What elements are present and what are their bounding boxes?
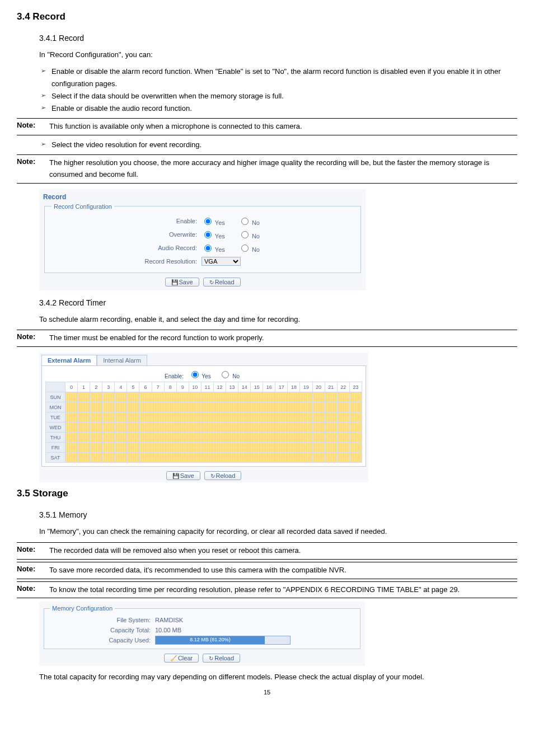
timer-cell[interactable] (263, 422, 275, 433)
timer-cell[interactable] (115, 443, 127, 453)
timer-cell[interactable] (275, 412, 288, 422)
timer-cell[interactable] (226, 412, 238, 422)
timer-cell[interactable] (226, 453, 238, 463)
timer-cell[interactable] (275, 443, 288, 453)
timer-cell[interactable] (288, 402, 300, 412)
timer-cell[interactable] (213, 422, 226, 433)
timer-cell[interactable] (152, 453, 164, 463)
timer-cell[interactable] (349, 453, 362, 463)
timer-cell[interactable] (164, 412, 176, 422)
timer-cell[interactable] (300, 443, 312, 453)
timer-cell[interactable] (275, 402, 288, 412)
timer-cell[interactable] (288, 422, 300, 433)
timer-cell[interactable] (115, 422, 127, 433)
overwrite-yes[interactable]: Yes (202, 229, 225, 240)
timer-cell[interactable] (189, 412, 201, 422)
timer-cell[interactable] (102, 453, 115, 463)
timer-cell[interactable] (238, 412, 251, 422)
timer-cell[interactable] (288, 443, 300, 453)
timer-cell[interactable] (90, 443, 102, 453)
timer-cell[interactable] (189, 433, 201, 443)
timer-cell[interactable] (337, 392, 349, 402)
timer-cell[interactable] (213, 402, 226, 412)
timer-cell[interactable] (337, 453, 349, 463)
timer-cell[interactable] (78, 392, 90, 402)
timer-cell[interactable] (201, 443, 213, 453)
timer-cell[interactable] (164, 402, 176, 412)
timer-cell[interactable] (251, 402, 263, 412)
timer-cell[interactable] (152, 402, 164, 412)
timer-cell[interactable] (115, 453, 127, 463)
timer-cell[interactable] (325, 412, 337, 422)
timer-cell[interactable] (152, 443, 164, 453)
timer-cell[interactable] (176, 412, 189, 422)
timer-cell[interactable] (349, 443, 362, 453)
tab-internal-alarm[interactable]: Internal Alarm (97, 355, 147, 365)
timer-cell[interactable] (176, 453, 189, 463)
timer-cell[interactable] (164, 443, 176, 453)
timer-cell[interactable] (90, 402, 102, 412)
timer-cell[interactable] (115, 433, 127, 443)
timer-enable-yes[interactable]: Yes (189, 373, 211, 379)
timer-cell[interactable] (127, 433, 139, 443)
timer-cell[interactable] (238, 402, 251, 412)
timer-cell[interactable] (325, 392, 337, 402)
timer-cell[interactable] (65, 443, 78, 453)
timer-cell[interactable] (90, 392, 102, 402)
timer-cell[interactable] (337, 412, 349, 422)
timer-cell[interactable] (78, 453, 90, 463)
timer-cell[interactable] (325, 402, 337, 412)
timer-cell[interactable] (349, 412, 362, 422)
timer-cell[interactable] (164, 453, 176, 463)
timer-cell[interactable] (213, 453, 226, 463)
timer-cell[interactable] (226, 402, 238, 412)
timer-cell[interactable] (226, 422, 238, 433)
timer-cell[interactable] (176, 422, 189, 433)
save-button[interactable]: 💾Save (166, 471, 200, 480)
timer-cell[interactable] (139, 453, 152, 463)
timer-cell[interactable] (300, 412, 312, 422)
timer-cell[interactable] (90, 422, 102, 433)
timer-cell[interactable] (263, 453, 275, 463)
timer-cell[interactable] (312, 402, 325, 412)
timer-cell[interactable] (238, 433, 251, 443)
timer-cell[interactable] (65, 422, 78, 433)
timer-cell[interactable] (288, 433, 300, 443)
timer-cell[interactable] (176, 402, 189, 412)
timer-cell[interactable] (201, 402, 213, 412)
timer-cell[interactable] (337, 422, 349, 433)
enable-yes[interactable]: Yes (202, 216, 225, 226)
timer-cell[interactable] (263, 412, 275, 422)
timer-cell[interactable] (263, 392, 275, 402)
timer-cell[interactable] (337, 443, 349, 453)
timer-cell[interactable] (275, 422, 288, 433)
clear-button[interactable]: 🧹Clear (164, 654, 199, 663)
timer-cell[interactable] (189, 443, 201, 453)
timer-cell[interactable] (312, 392, 325, 402)
timer-cell[interactable] (263, 433, 275, 443)
timer-cell[interactable] (201, 392, 213, 402)
reload-button[interactable]: ↻Reload (204, 471, 242, 480)
timer-cell[interactable] (238, 453, 251, 463)
timer-cell[interactable] (152, 392, 164, 402)
timer-cell[interactable] (288, 392, 300, 402)
timer-cell[interactable] (300, 453, 312, 463)
timer-cell[interactable] (312, 412, 325, 422)
timer-cell[interactable] (152, 422, 164, 433)
enable-no[interactable]: No (238, 216, 260, 226)
timer-cell[interactable] (251, 392, 263, 402)
timer-enable-no[interactable]: No (219, 373, 240, 379)
timer-cell[interactable] (201, 412, 213, 422)
timer-cell[interactable] (275, 453, 288, 463)
timer-cell[interactable] (102, 402, 115, 412)
reload-button[interactable]: ↻Reload (203, 654, 240, 663)
timer-cell[interactable] (325, 443, 337, 453)
timer-cell[interactable] (288, 453, 300, 463)
reload-button[interactable]: ↻Reload (203, 278, 241, 287)
timer-cell[interactable] (164, 422, 176, 433)
timer-cell[interactable] (115, 392, 127, 402)
timer-cell[interactable] (238, 443, 251, 453)
timer-cell[interactable] (300, 433, 312, 443)
timer-cell[interactable] (275, 433, 288, 443)
timer-cell[interactable] (349, 402, 362, 412)
